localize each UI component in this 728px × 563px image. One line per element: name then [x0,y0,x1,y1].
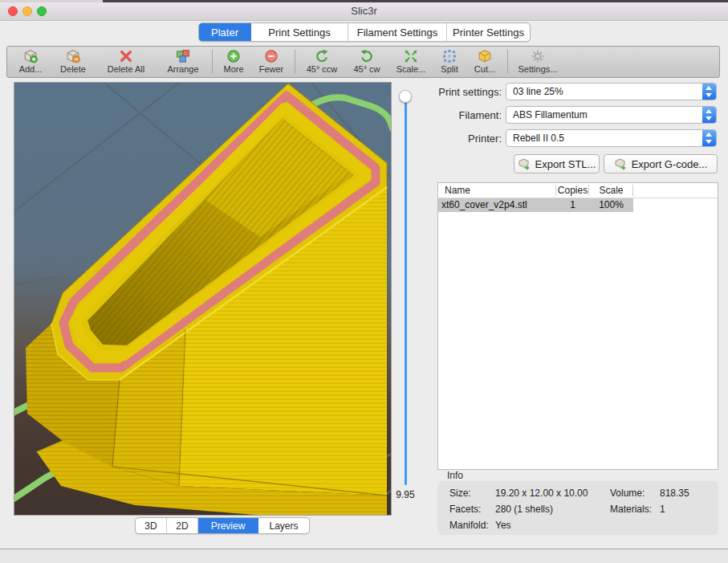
filament-label: Filament: [413,109,502,121]
row-name: xt60_cover_v2p4.stl [441,199,527,210]
view-tab-bar: 3D 2D Preview Layers [135,517,310,534]
add-button[interactable]: Add... [10,47,51,77]
scale-arrows-icon [404,49,418,63]
more-label: More [223,64,243,74]
manifold-label: Manifold: [449,520,489,531]
cut-label: Cut... [474,64,495,74]
layer-slider-thumb[interactable] [399,90,412,103]
tab-2d[interactable]: 2D [167,518,198,533]
printer-label: Printer: [413,133,502,145]
rotate-cw-label: 45° cw [353,64,380,74]
tab-preview[interactable]: Preview [198,518,258,533]
filament-value: ABS Fillamentum [513,109,588,120]
tab-print-settings[interactable]: Print Settings [251,23,348,41]
printer-select[interactable]: Rebell II 0.5 [506,129,717,147]
delete-all-label: Delete All [108,64,144,74]
toolbar-separator [212,50,213,74]
zoom-window-button[interactable] [37,6,47,16]
materials-value: 1 [660,504,665,515]
scale-button[interactable]: Scale... [388,47,433,77]
rotate-cw-button[interactable]: 45° cw [345,47,388,77]
statusbar [0,549,728,563]
scale-label: Scale... [397,64,426,74]
more-button[interactable]: More [216,47,251,77]
info-box: Size: 19.20 x 12.00 x 10.00 Volume: 818.… [437,481,718,535]
column-copies[interactable]: Copies [556,185,589,196]
delete-box-icon [66,49,80,63]
cut-box-icon [478,49,492,63]
rotate-ccw-label: 45° ccw [307,64,338,74]
facets-label: Facets: [449,504,481,515]
rotate-ccw-button[interactable]: 45° ccw [299,47,345,77]
arrange-button[interactable]: Arrange [157,47,209,77]
export-stl-label: Export STL... [535,158,596,170]
toolbar-separator [295,50,295,74]
volume-label: Volume: [610,488,645,499]
close-window-button[interactable] [8,6,18,16]
column-divider [555,185,556,196]
export-box-icon [614,157,628,171]
volume-value: 818.35 [660,488,689,499]
object-table: Name Copies Scale xt60_cover_v2p4.stl 1 … [437,182,718,470]
export-gcode-label: Export G-code... [632,158,708,170]
column-name[interactable]: Name [445,185,470,196]
delete-all-x-icon [119,49,133,63]
rotate-ccw-icon [315,49,329,63]
size-value: 19.20 x 12.00 x 10.00 [495,488,588,499]
split-label: Split [441,64,458,74]
export-box-icon [518,157,531,171]
print-settings-value: 03 line 25% [513,86,563,97]
table-row[interactable]: xt60_cover_v2p4.stl 1 100% [438,198,633,212]
export-gcode-button[interactable]: Export G-code... [604,154,718,173]
stepper-icon [702,107,716,123]
split-button[interactable]: Split [433,47,466,77]
print-settings-label: Print settings: [413,86,502,98]
layer-slider-track[interactable] [405,97,407,485]
tab-printer-settings[interactable]: Printer Settings [447,23,530,41]
main-tab-bar: Plater Print Settings Filament Settings … [198,22,531,42]
toolbar: Add... Delete Delete All Arrange More [6,46,720,78]
filament-select[interactable]: ABS Fillamentum [506,106,717,124]
rotate-cw-icon [360,49,374,63]
manifold-value: Yes [495,520,511,531]
column-divider [588,185,589,196]
print-settings-select[interactable]: 03 line 25% [506,83,717,100]
tab-filament-settings[interactable]: Filament Settings [348,23,447,41]
tab-layers[interactable]: Layers [258,518,309,533]
export-stl-button[interactable]: Export STL... [514,154,600,173]
tab-plater[interactable]: Plater [199,23,251,41]
add-label: Add... [19,64,43,74]
column-scale[interactable]: Scale [589,185,633,196]
printer-value: Rebell II 0.5 [513,133,564,144]
fewer-minus-icon [264,49,279,63]
row-copies: 1 [556,199,589,210]
delete-label: Delete [60,64,86,74]
slic3r-window: Slic3r Plater Print Settings Filament Se… [0,0,728,563]
arrange-label: Arrange [167,64,198,74]
gear-icon [531,49,545,63]
row-scale: 100% [589,199,633,210]
titlebar: Slic3r [0,2,728,21]
settings-label: Settings... [519,64,558,74]
3d-viewport[interactable] [14,83,391,515]
minimize-window-button[interactable] [22,6,32,16]
window-title: Slic3r [0,2,728,19]
more-plus-icon [226,49,241,63]
settings-button[interactable]: Settings... [511,47,564,77]
fewer-label: Fewer [259,64,284,74]
facets-value: 280 (1 shells) [495,504,553,515]
toolbar-separator [507,50,508,74]
column-divider [632,185,633,196]
delete-all-button[interactable]: Delete All [95,47,157,77]
size-label: Size: [449,488,471,499]
viewport-frame [14,82,392,516]
arrange-cubes-icon [176,49,190,63]
object-table-header: Name Copies Scale [438,183,718,198]
split-dots-icon [442,49,457,63]
tab-3d[interactable]: 3D [136,518,167,533]
cut-button[interactable]: Cut... [466,47,504,77]
delete-button[interactable]: Delete [51,47,95,77]
info-title: Info [447,470,463,481]
fewer-button[interactable]: Fewer [251,47,291,77]
stepper-icon [702,84,716,100]
